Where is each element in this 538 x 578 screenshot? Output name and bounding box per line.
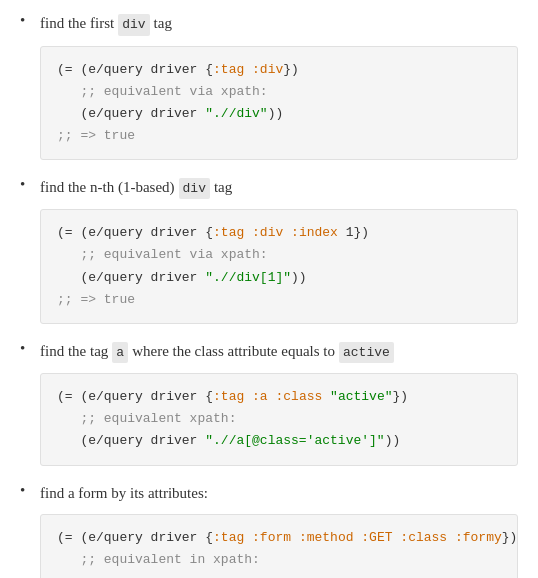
code-span [244, 389, 252, 404]
plain-text: find the first [40, 12, 114, 35]
code-span: :tag [213, 389, 244, 404]
code-span: :formy [455, 530, 502, 545]
code-span: :class [400, 530, 447, 545]
code-span: :tag [213, 62, 244, 77]
code-line: ;; equivalent xpath: [57, 408, 501, 430]
plain-text: where the class attribute equals to [132, 340, 335, 363]
code-line: (= (e/query driver {:tag :a :class "acti… [57, 386, 501, 408]
inline-code: active [339, 342, 394, 364]
code-span: ;; equivalent via xpath: [57, 84, 268, 99]
code-span: (= (e/query driver { [57, 62, 213, 77]
code-span: )) [291, 270, 307, 285]
code-span: :GET [361, 530, 392, 545]
code-span: :div [252, 62, 283, 77]
code-span: :div [252, 225, 283, 240]
code-span [244, 225, 252, 240]
code-line: (e/query driver ".//div")) [57, 103, 501, 125]
code-span: ;; equivalent in xpath: [57, 552, 260, 567]
code-span: :index [291, 225, 338, 240]
code-span [322, 389, 330, 404]
code-block: (= (e/query driver {:tag :a :class "acti… [40, 373, 518, 465]
code-span [447, 530, 455, 545]
code-span: :a [252, 389, 268, 404]
plain-text: tag [214, 176, 232, 199]
code-span: (= (e/query driver { [57, 389, 213, 404]
list-item: find the first div tag (= (e/query drive… [20, 12, 518, 160]
code-span: )) [268, 106, 284, 121]
code-span: (e/query driver [57, 106, 205, 121]
inline-code: div [179, 178, 210, 200]
code-span [291, 530, 299, 545]
code-span: :class [275, 389, 322, 404]
inline-code: div [118, 14, 149, 36]
code-span: ;; equivalent xpath: [57, 411, 236, 426]
code-line: (= (e/query driver {:tag :div}) [57, 59, 501, 81]
code-span: "active" [330, 389, 392, 404]
code-span: ".//a[@class='active']" [205, 433, 384, 448]
code-span: ".//div[1]" [205, 270, 291, 285]
code-block: (= (e/query driver {:tag :div :index 1})… [40, 209, 518, 323]
code-line: (= (e/query driver {:tag :div :index 1}) [57, 222, 501, 244]
code-span: ;; => true [57, 292, 135, 307]
bullet-text: find the n-th (1-based) div tag [40, 176, 518, 200]
code-line: ;; equivalent via xpath: [57, 244, 501, 266]
code-span: ;; equivalent via xpath: [57, 247, 268, 262]
code-block: (= (e/query driver {:tag :form :method :… [40, 514, 518, 578]
code-line: ;; => true [57, 125, 501, 147]
code-block: (= (e/query driver {:tag :div}) ;; equiv… [40, 46, 518, 160]
code-line: ;; equivalent via xpath: [57, 81, 501, 103]
code-span: :tag [213, 225, 244, 240]
code-line: ;; => true [57, 289, 501, 311]
plain-text: find a form by its attributes: [40, 482, 208, 505]
plain-text: find the tag [40, 340, 108, 363]
plain-text: tag [154, 12, 172, 35]
code-span: :method [299, 530, 354, 545]
code-line: (= (e/query driver {:tag :form :method :… [57, 527, 501, 549]
code-span: :tag [213, 530, 244, 545]
code-span [244, 530, 252, 545]
bullet-list: find the first div tag (= (e/query drive… [20, 12, 518, 578]
inline-code: a [112, 342, 128, 364]
code-span: }) [393, 389, 409, 404]
code-span: (e/query driver [57, 433, 205, 448]
code-span: ".//div" [205, 106, 267, 121]
code-span: (e/query driver [57, 270, 205, 285]
code-span [244, 62, 252, 77]
bullet-text: find the tag a where the class attribute… [40, 340, 518, 364]
code-span: ;; => true [57, 128, 135, 143]
code-span: :form [252, 530, 291, 545]
code-span: }) [502, 530, 518, 545]
code-span: (= (e/query driver { [57, 530, 213, 545]
code-span: (= (e/query driver { [57, 225, 213, 240]
code-line: (e/query driver ".//a[@class='active']")… [57, 430, 501, 452]
code-line: (e/query driver ".//div[1]")) [57, 267, 501, 289]
bullet-text: find a form by its attributes: [40, 482, 518, 505]
list-item: find the n-th (1-based) div tag (= (e/qu… [20, 176, 518, 324]
code-span: }) [283, 62, 299, 77]
plain-text: find the n-th (1-based) [40, 176, 175, 199]
bullet-text: find the first div tag [40, 12, 518, 36]
code-span [283, 225, 291, 240]
code-span: 1}) [338, 225, 369, 240]
list-item: find the tag a where the class attribute… [20, 340, 518, 466]
list-item: find a form by its attributes: (= (e/que… [20, 482, 518, 578]
code-span: )) [385, 433, 401, 448]
code-line: ;; equivalent in xpath: [57, 549, 501, 571]
